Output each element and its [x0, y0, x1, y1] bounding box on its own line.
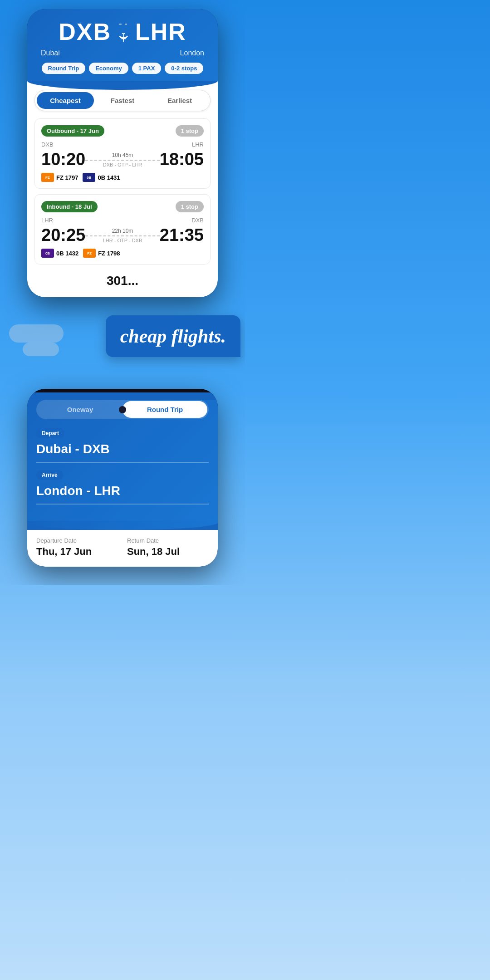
toggle-roundtrip[interactable]: Round Trip	[122, 401, 207, 418]
tab-fastest[interactable]: Fastest	[94, 92, 151, 109]
origin-name: Dubai	[41, 49, 60, 57]
outbound-from: DXB	[41, 141, 54, 148]
inbound-arrive: 21:35	[160, 225, 204, 245]
dest-name: London	[180, 49, 204, 57]
inbound-flight-1: 0B 1432	[56, 250, 78, 257]
airline-logo-fz-inbound: FZ	[83, 249, 96, 258]
origin-code: DXB	[59, 18, 111, 45]
inbound-airlines: 0B 0B 1432 FZ FZ 1798	[41, 249, 204, 258]
airline-logo-0b: 0B	[83, 173, 95, 182]
inbound-flight-2: FZ 1798	[98, 250, 120, 257]
outbound-card[interactable]: Outbound - 17 Jun 1 stop DXB LHR 10:20 1…	[34, 118, 211, 189]
inbound-depart: 20:25	[41, 225, 85, 245]
inbound-badge: Inbound - 18 Jul	[41, 201, 98, 212]
tab-earliest[interactable]: Earliest	[151, 92, 208, 109]
outbound-flight-1: FZ 1797	[56, 174, 78, 181]
inbound-to: DXB	[191, 217, 204, 224]
return-date-value: Sun, 18 Jul	[127, 546, 209, 558]
outbound-depart: 10:20	[41, 150, 85, 169]
dashed-line-1	[85, 160, 160, 161]
inbound-airline-1: 0B 0B 1432	[41, 249, 78, 258]
outbound-times: 10:20 10h 45m DXB - OTP - LHR 18:05	[41, 150, 204, 169]
inbound-duration-col: 22h 10m LHR - OTP - DXB	[85, 228, 160, 243]
arrive-value[interactable]: London - LHR	[36, 484, 209, 505]
outbound-airline-1: FZ FZ 1797	[41, 173, 78, 182]
toggle-oneway[interactable]: Oneway	[38, 401, 122, 418]
return-date-label: Return Date	[127, 537, 209, 544]
plane-icon: - - ✈	[118, 19, 128, 45]
outbound-duration-col: 10h 45m DXB - OTP - LHR	[85, 152, 160, 167]
tag-stops[interactable]: 0-2 stops	[165, 63, 203, 74]
depart-label: Depart	[36, 428, 64, 438]
outbound-card-header: Outbound - 17 Jun 1 stop	[41, 125, 204, 137]
cheap-text: cheap flights.	[120, 326, 226, 347]
outbound-airlines: FZ FZ 1797 0B 0B 1431	[41, 173, 204, 182]
tags-row: Round Trip Economy 1 PAX 0-2 stops	[36, 63, 209, 81]
departure-date-value: Thu, 17 Jun	[36, 546, 118, 558]
tag-round-trip[interactable]: Round Trip	[42, 63, 86, 74]
results-area: Cheapest Fastest Earliest Outbound - 17 …	[27, 90, 218, 297]
flight-header: DXB - - ✈ LHR Dubai London Round Trip Ec…	[27, 9, 218, 81]
phone-2: Oneway Round Trip Depart Dubai - DXB Arr…	[27, 389, 218, 567]
outbound-airline-2: 0B 0B 1431	[83, 173, 120, 182]
inbound-via: LHR - OTP - DXB	[85, 238, 160, 243]
outbound-airports: DXB LHR	[41, 141, 204, 148]
tab-bar: Cheapest Fastest Earliest	[34, 90, 211, 111]
inbound-airline-2: FZ FZ 1798	[83, 249, 120, 258]
plane-symbol: ✈	[116, 32, 131, 43]
return-date-col[interactable]: Return Date Sun, 18 Jul	[127, 537, 209, 558]
toggle-dot	[119, 406, 126, 413]
inbound-airports: LHR DXB	[41, 217, 204, 224]
inbound-stops: 1 stop	[176, 201, 204, 212]
departure-date-col[interactable]: Departure Date Thu, 17 Jun	[36, 537, 118, 558]
inbound-from: LHR	[41, 217, 53, 224]
tag-economy[interactable]: Economy	[89, 63, 128, 74]
airports-row: DXB - - ✈ LHR	[36, 18, 209, 49]
cheap-bubble: cheap flights.	[106, 315, 240, 357]
outbound-flight-2: 0B 1431	[98, 174, 120, 181]
outbound-arrive: 18:05	[160, 150, 204, 169]
dashed-line-2	[85, 235, 160, 236]
depart-section: Depart Dubai - DXB	[27, 425, 218, 463]
inbound-duration: 22h 10m	[85, 228, 160, 234]
departure-date-label: Departure Date	[36, 537, 118, 544]
depart-value[interactable]: Dubai - DXB	[36, 442, 209, 463]
outbound-stops: 1 stop	[176, 125, 204, 137]
dates-row: Departure Date Thu, 17 Jun Return Date S…	[27, 530, 218, 567]
outbound-badge: Outbound - 17 Jun	[41, 125, 104, 137]
arrive-label: Arrive	[36, 470, 63, 480]
tab-cheapest[interactable]: Cheapest	[37, 92, 94, 109]
arrow-left: - -	[119, 19, 127, 29]
outbound-via: DXB - OTP - LHR	[85, 162, 160, 167]
inbound-card-header: Inbound - 18 Jul 1 stop	[41, 201, 204, 212]
trip-toggle[interactable]: Oneway Round Trip	[36, 400, 209, 419]
dest-code: LHR	[135, 18, 186, 45]
outbound-to: LHR	[192, 141, 204, 148]
phone-1: DXB - - ✈ LHR Dubai London Round Trip Ec…	[27, 9, 218, 297]
outbound-duration: 10h 45m	[85, 152, 160, 158]
deco-bat-1	[9, 324, 64, 343]
arrive-section: Arrive London - LHR	[27, 470, 218, 521]
inbound-card[interactable]: Inbound - 18 Jul 1 stop LHR DXB 20:25 22…	[34, 194, 211, 265]
airline-logo-fz: FZ	[41, 173, 54, 182]
deco-bat-2	[23, 343, 59, 356]
tag-pax[interactable]: 1 PAX	[132, 63, 162, 74]
price-partial: 301...	[34, 270, 211, 290]
airline-logo-0b-inbound: 0B	[41, 249, 54, 258]
airport-names-row: Dubai London	[36, 49, 209, 63]
inbound-times: 20:25 22h 10m LHR - OTP - DXB 21:35	[41, 225, 204, 245]
notch	[27, 389, 218, 392]
